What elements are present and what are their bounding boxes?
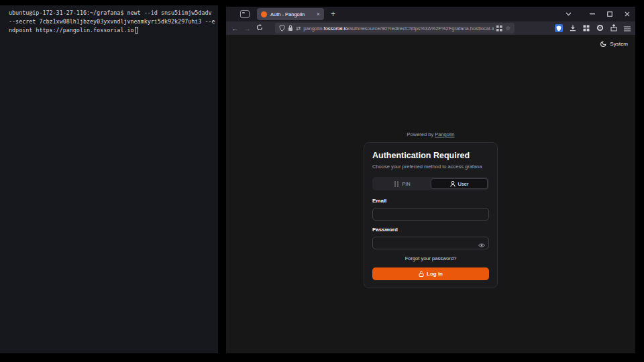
keypad-icon [394,181,399,187]
reload-button[interactable] [255,24,264,32]
email-field[interactable] [372,208,489,221]
browser-window: Auth - Pangolin × + ← → [226,7,635,353]
tab-pin[interactable]: PIN [374,178,431,189]
forward-button[interactable]: → [243,25,252,32]
unlock-icon [419,271,424,277]
auth-card: Authentication Required Choose your pref… [364,142,498,288]
password-field[interactable] [372,237,489,249]
browser-toolbar: ← → ⇄ pangolin.fossorial.io/auth/resourc… [226,21,635,35]
tab-user-label: User [458,181,469,187]
tab-title: Auth - Pangolin [270,11,313,17]
permissions-swap-icon[interactable]: ⇄ [296,25,301,32]
login-label: Log in [427,271,443,277]
tab-close-icon[interactable]: × [317,11,320,17]
firefox-view-icon[interactable] [240,10,250,18]
pangolin-link[interactable]: Pangolin [435,131,454,137]
card-subtitle: Choose your preferred method to access g… [372,164,489,170]
card-title: Authentication Required [372,151,489,160]
toolbar-extensions [555,22,631,34]
tab-strip: Auth - Pangolin × + [226,7,635,21]
login-button[interactable]: Log in [372,267,489,280]
password-label: Password [372,227,489,233]
auth-column: Powered by Pangolin Authentication Requi… [364,131,498,288]
share-extension-icon[interactable] [610,22,617,34]
powered-by: Powered by Pangolin [364,131,498,137]
auth-method-tabs: PIN User [372,177,489,190]
tab-user[interactable]: User [431,178,488,189]
new-tab-button[interactable]: + [331,10,335,18]
theme-selector[interactable]: System [600,40,628,47]
forgot-password-link[interactable]: Forgot your password? [372,255,489,261]
url-text[interactable]: pangolin.fossorial.io/auth/resource/90?r… [303,25,494,32]
lock-icon[interactable] [288,25,293,32]
ublock-extension-icon[interactable] [555,24,563,32]
tab-pin-label: PIN [402,181,411,187]
browser-tab-auth-pangolin[interactable]: Auth - Pangolin × [257,8,324,20]
address-bar[interactable]: ⇄ pangolin.fossorial.io/auth/resource/90… [275,23,515,34]
extensions-grid-icon[interactable] [583,22,590,34]
bookmark-star-icon[interactable]: ☆ [505,25,511,32]
close-window-button[interactable] [623,10,631,18]
sun-moon-icon [600,40,607,47]
back-button[interactable]: ← [231,25,239,32]
theme-label: System [610,41,628,47]
terminal-line: ndpoint https://pangolin.fossorial.io [9,26,214,35]
tracking-shield-icon[interactable] [279,25,285,32]
user-icon [450,181,455,187]
maximize-button[interactable] [606,10,614,18]
page-content: System Powered by Pangolin Authenticatio… [226,35,635,353]
app-menu-icon[interactable] [624,22,631,34]
terminal-line: ubuntu@ip-172-31-27-116:~/grafana$ newt … [9,9,214,17]
target-extension-icon[interactable] [596,22,604,34]
minimize-button[interactable] [588,10,596,18]
email-label: Email [372,198,489,204]
terminal-line: --secret 7cbz1xw08lh1jbzey03yxvndljvneam… [9,17,214,26]
container-grid-icon[interactable] [496,25,502,32]
show-password-icon[interactable] [478,239,485,251]
terminal-cursor [135,27,138,34]
pangolin-favicon-icon [261,11,267,17]
terminal-window[interactable]: ubuntu@ip-172-31-27-116:~/grafana$ newt … [0,5,218,353]
tab-list-chevron-icon[interactable] [564,10,572,18]
downloads-icon[interactable] [570,22,576,34]
window-controls [564,7,631,21]
